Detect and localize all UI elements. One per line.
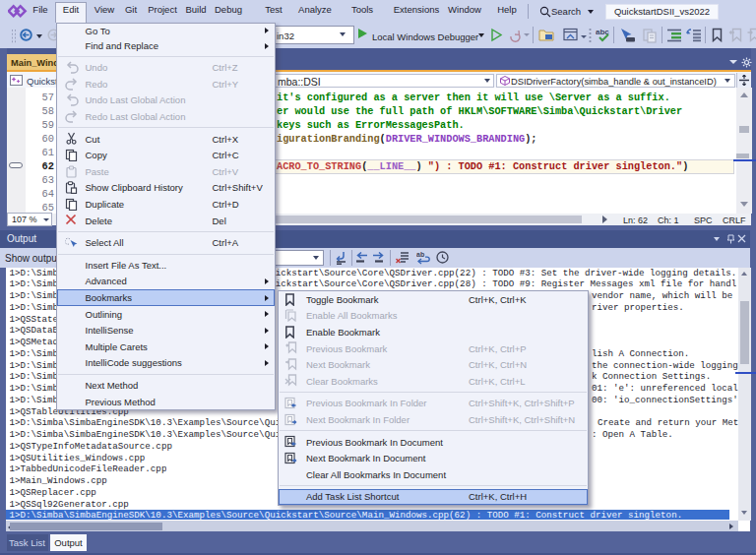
svg-text:ab: ab: [416, 251, 424, 258]
